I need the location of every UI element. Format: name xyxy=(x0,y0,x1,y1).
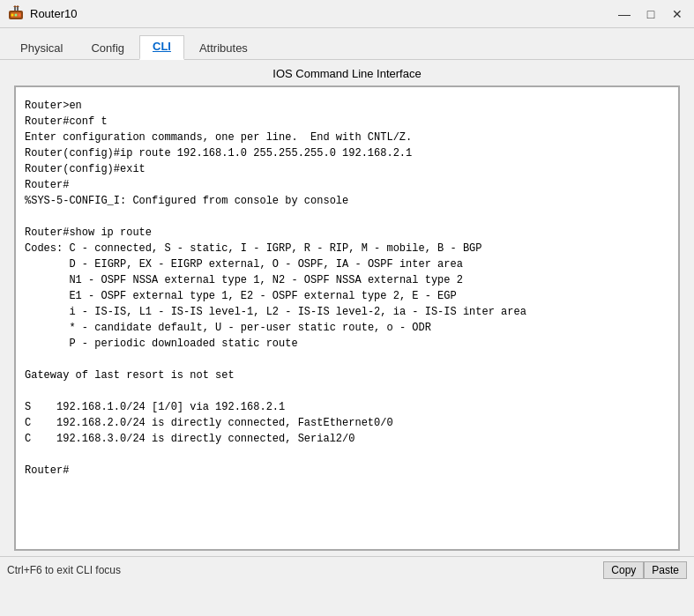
title-bar-left: Router10 xyxy=(7,5,77,23)
tab-physical[interactable]: Physical xyxy=(7,37,76,60)
cli-scroll-area[interactable]: Router>en Router#conf t Enter configurat… xyxy=(16,87,678,549)
copy-button[interactable]: Copy xyxy=(603,561,644,579)
status-left-text: Ctrl+F6 to exit CLI focus xyxy=(7,564,121,576)
status-right: Copy Paste xyxy=(603,561,687,579)
title-bar-title: Router10 xyxy=(30,7,77,20)
svg-point-2 xyxy=(11,13,14,16)
tab-config[interactable]: Config xyxy=(78,37,138,60)
tab-cli[interactable]: CLI xyxy=(139,35,184,60)
svg-point-3 xyxy=(15,13,18,16)
svg-rect-6 xyxy=(17,7,19,11)
title-bar: Router10 — □ ✕ xyxy=(0,0,694,28)
tab-bar: Physical Config CLI Attributes xyxy=(0,28,694,60)
paste-button[interactable]: Paste xyxy=(644,561,687,579)
svg-point-4 xyxy=(19,13,21,16)
minimize-button[interactable]: — xyxy=(615,4,634,24)
tab-attributes[interactable]: Attributes xyxy=(186,37,261,60)
status-bar: Ctrl+F6 to exit CLI focus Copy Paste xyxy=(0,556,694,583)
maximize-button[interactable]: □ xyxy=(641,4,660,24)
router-icon xyxy=(7,5,25,23)
cli-container[interactable]: Router>en Router#conf t Enter configurat… xyxy=(14,85,680,551)
svg-rect-5 xyxy=(14,7,16,11)
title-bar-controls: — □ ✕ xyxy=(615,4,687,24)
svg-marker-8 xyxy=(16,5,19,7)
close-button[interactable]: ✕ xyxy=(668,4,687,24)
page-title: IOS Command Line Interface xyxy=(0,60,694,85)
cli-text[interactable]: Router>en Router#conf t Enter configurat… xyxy=(16,87,678,549)
